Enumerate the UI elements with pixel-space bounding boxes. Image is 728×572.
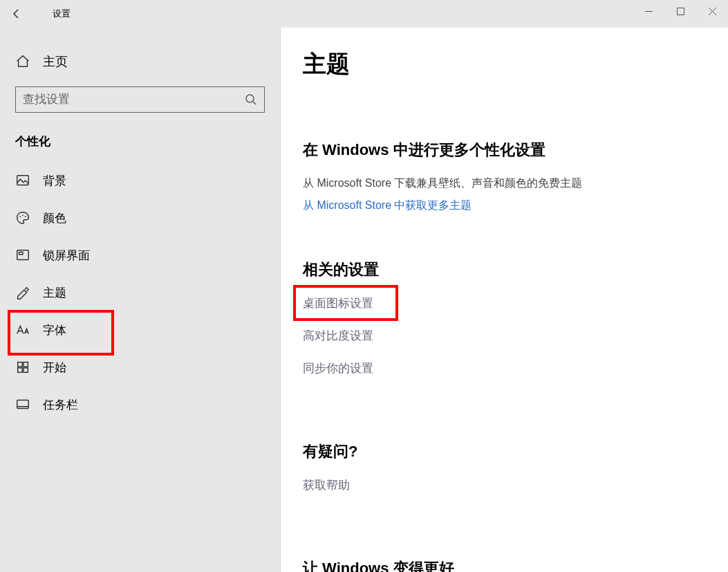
page-title: 主题 — [303, 48, 706, 80]
sidebar-item-label: 背景 — [43, 173, 66, 189]
sync-settings-link[interactable]: 同步你的设置 — [303, 360, 373, 376]
svg-rect-1 — [677, 8, 684, 15]
window-controls — [633, 0, 728, 22]
lockscreen-icon — [15, 248, 30, 263]
sidebar: 主页 个性化 背景 颜色 — [0, 28, 281, 572]
sidebar-item-label: 任务栏 — [43, 397, 78, 413]
improve-heading: 让 Windows 变得更好 — [303, 558, 706, 572]
svg-point-9 — [25, 216, 26, 217]
related-settings-block: 相关的设置 桌面图标设置 高对比度设置 同步你的设置 — [303, 259, 706, 393]
theme-icon — [15, 285, 30, 300]
svg-point-8 — [22, 214, 24, 216]
minimize-button[interactable] — [633, 0, 664, 22]
home-label: 主页 — [43, 53, 68, 70]
sidebar-item-background[interactable]: 背景 — [0, 162, 280, 199]
main-content: 主题 在 Windows 中进行更多个性化设置 从 Microsoft Stor… — [281, 28, 728, 572]
sidebar-item-label: 颜色 — [43, 210, 66, 226]
sidebar-item-label: 主题 — [43, 285, 66, 301]
sidebar-item-colors[interactable]: 颜色 — [0, 199, 280, 237]
svg-rect-14 — [18, 368, 22, 372]
sidebar-item-label: 锁屏界面 — [43, 248, 90, 264]
picture-icon — [15, 173, 30, 188]
high-contrast-link[interactable]: 高对比度设置 — [303, 328, 373, 344]
home-button[interactable]: 主页 — [0, 43, 280, 80]
sidebar-section-header: 个性化 — [0, 117, 280, 159]
back-button[interactable] — [0, 0, 33, 28]
maximize-button[interactable] — [664, 0, 696, 22]
get-help-link[interactable]: 获取帮助 — [303, 477, 350, 493]
sidebar-item-taskbar[interactable]: 任务栏 — [0, 386, 280, 423]
sidebar-item-fonts[interactable]: 字体 — [0, 311, 280, 349]
store-link[interactable]: 从 Microsoft Store 中获取更多主题 — [303, 198, 706, 213]
minimize-icon — [645, 8, 653, 15]
svg-rect-16 — [17, 400, 29, 409]
palette-icon — [15, 210, 30, 225]
sidebar-item-start[interactable]: 开始 — [0, 349, 280, 386]
font-icon — [15, 322, 30, 338]
question-block: 有疑问? 获取帮助 — [303, 441, 706, 510]
svg-rect-6 — [17, 176, 29, 185]
home-icon — [15, 54, 30, 69]
svg-rect-15 — [24, 368, 28, 372]
desktop-icons-link[interactable]: 桌面图标设置 — [303, 295, 373, 311]
svg-rect-11 — [19, 252, 24, 255]
svg-point-4 — [246, 95, 254, 102]
sidebar-item-lockscreen[interactable]: 锁屏界面 — [0, 237, 280, 274]
sidebar-item-label: 开始 — [43, 360, 66, 376]
search-wrap — [0, 80, 280, 117]
svg-line-5 — [253, 102, 256, 104]
close-icon — [709, 8, 716, 15]
search-icon — [245, 93, 257, 106]
taskbar-icon — [15, 397, 30, 412]
maximize-icon — [677, 8, 684, 15]
related-heading: 相关的设置 — [303, 259, 706, 280]
svg-rect-13 — [24, 362, 28, 367]
more-heading: 在 Windows 中进行更多个性化设置 — [303, 140, 706, 160]
more-personalization-block: 在 Windows 中进行更多个性化设置 从 Microsoft Store 下… — [303, 140, 706, 214]
question-heading: 有疑问? — [303, 441, 706, 462]
svg-point-7 — [19, 216, 21, 217]
window-title: 设置 — [53, 8, 71, 20]
start-icon — [15, 360, 30, 375]
improve-block: 让 Windows 变得更好 向我们提供反馈 — [303, 558, 706, 572]
sidebar-item-label: 字体 — [43, 322, 66, 338]
svg-rect-12 — [18, 362, 22, 367]
arrow-left-icon — [11, 8, 22, 19]
search-input[interactable] — [23, 93, 245, 107]
search-box[interactable] — [15, 86, 265, 113]
sidebar-item-themes[interactable]: 主题 — [0, 274, 280, 311]
more-desc: 从 Microsoft Store 下载兼具壁纸、声音和颜色的免费主题 — [303, 176, 706, 191]
titlebar: 设置 — [0, 0, 728, 28]
close-button[interactable] — [696, 0, 728, 22]
